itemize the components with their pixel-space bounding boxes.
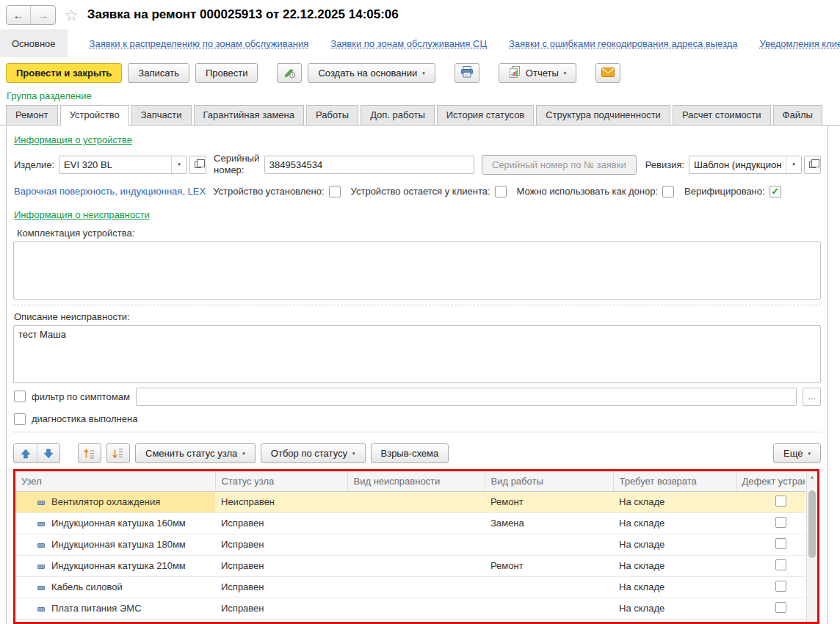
group-separator-link[interactable]: Группа разделение xyxy=(0,89,840,105)
device-flag-checkbox[interactable] xyxy=(329,186,341,197)
filter-by-status-button[interactable]: Отбор по статусу ▾ xyxy=(261,443,366,463)
table-row[interactable]: Индукционная катушка 180мм Исправен На с… xyxy=(15,534,805,555)
node-status-cell[interactable]: Исправен xyxy=(215,576,347,598)
node-status-cell[interactable]: Неисправен xyxy=(215,491,347,512)
defect-fixed-checkbox[interactable] xyxy=(775,496,786,507)
kit-textarea[interactable] xyxy=(13,242,821,300)
return-requires-cell[interactable]: На складе xyxy=(613,512,736,534)
print-button[interactable] xyxy=(455,63,479,83)
node-cell[interactable]: Индукционная катушка 160мм xyxy=(15,512,215,534)
table-row[interactable]: Кабель силовой Исправен На складе xyxy=(15,576,805,598)
return-requires-cell[interactable]: На складе xyxy=(613,534,736,555)
work-type-cell[interactable] xyxy=(485,576,613,598)
fault-type-cell[interactable] xyxy=(347,619,485,624)
device-flag-checkbox[interactable] xyxy=(662,186,674,197)
fault-type-cell[interactable] xyxy=(347,512,485,534)
node-cell[interactable]: Плата управления(сенсор) xyxy=(15,619,215,624)
tab-7[interactable]: Структура подчиненности xyxy=(536,105,670,125)
device-type-link[interactable]: Варочная поверхность, индукционная, LEX xyxy=(14,186,206,197)
sort-ascending-button[interactable] xyxy=(78,443,101,463)
tab-3[interactable]: Гарантийная замена xyxy=(194,105,304,125)
serial-by-request-button[interactable]: Серийный номер по № заявки xyxy=(482,155,637,175)
favorite-star-icon[interactable]: ☆ xyxy=(65,7,79,23)
move-down-button[interactable] xyxy=(37,444,59,462)
work-type-cell[interactable]: Ремонт xyxy=(485,555,613,576)
node-status-cell[interactable]: Исправен xyxy=(215,598,347,619)
revision-dropdown-button[interactable]: ▾ xyxy=(786,156,801,173)
diagnostics-checkbox[interactable] xyxy=(14,413,26,425)
defect-fixed-checkbox[interactable] xyxy=(775,602,786,613)
nav-link[interactable]: Заявки по зонам обслуживания СЦ xyxy=(330,29,487,57)
scroll-up-button[interactable]: ▲ xyxy=(807,471,817,482)
symptom-filter-choose-button[interactable]: ... xyxy=(803,388,821,406)
return-requires-cell[interactable]: На складе xyxy=(613,555,736,576)
column-header[interactable]: Вид неисправности xyxy=(347,471,485,492)
tab-6[interactable]: История статусов xyxy=(437,105,535,125)
fault-type-cell[interactable] xyxy=(347,534,485,555)
node-status-cell[interactable]: Исправен xyxy=(215,619,347,624)
nav-link[interactable]: Заявки к распределению по зонам обслужив… xyxy=(90,29,309,57)
defect-fixed-checkbox[interactable] xyxy=(775,538,786,549)
nav-link[interactable]: Заявки с ошибками геокодирования адреса … xyxy=(509,29,737,57)
node-cell[interactable]: Кабель силовой xyxy=(15,576,215,598)
return-requires-cell[interactable]: На складе xyxy=(613,576,736,598)
node-status-cell[interactable]: Исправен xyxy=(215,534,347,555)
explosion-diagram-button[interactable]: Взрыв-схема xyxy=(371,443,449,463)
product-input[interactable] xyxy=(59,156,171,173)
tab-8[interactable]: Расчет стоимости xyxy=(673,105,771,125)
post-button[interactable]: Провести xyxy=(195,63,258,83)
node-status-cell[interactable]: Исправен xyxy=(215,555,347,576)
defect-fixed-cell[interactable] xyxy=(736,598,805,619)
fault-type-cell[interactable] xyxy=(347,598,485,619)
tab-2[interactable]: Запчасти xyxy=(131,105,192,125)
table-row[interactable]: Вентилятор охлаждения Неисправен Ремонт … xyxy=(15,491,805,512)
defect-fixed-checkbox[interactable] xyxy=(775,559,786,570)
work-type-cell[interactable] xyxy=(485,598,613,619)
post-and-close-button[interactable]: Провести и закрыть xyxy=(6,63,122,83)
reports-button[interactable]: Отчеты ▾ xyxy=(499,63,576,83)
sort-descending-button[interactable] xyxy=(106,443,130,463)
device-flag-checkbox[interactable] xyxy=(495,186,507,197)
column-header[interactable]: Узел xyxy=(15,471,215,492)
table-row[interactable]: Плата управления(сенсор) Исправен На скл… xyxy=(15,619,805,624)
symptom-filter-checkbox[interactable] xyxy=(14,391,26,402)
node-cell[interactable]: Индукционная катушка 180мм xyxy=(15,534,215,555)
node-status-cell[interactable]: Исправен xyxy=(215,512,347,534)
defect-fixed-cell[interactable] xyxy=(736,491,805,512)
device-flag-checkbox[interactable]: ✓ xyxy=(770,186,781,197)
fault-type-cell[interactable] xyxy=(347,491,485,512)
return-requires-cell[interactable]: На складе xyxy=(613,619,736,624)
tab-9[interactable]: Файлы xyxy=(773,105,822,125)
revision-open-button[interactable] xyxy=(804,156,821,174)
product-dropdown-button[interactable]: ▾ xyxy=(171,156,187,173)
symptom-filter-input[interactable] xyxy=(136,388,797,406)
defect-fixed-checkbox[interactable] xyxy=(775,517,786,528)
back-button[interactable]: ← xyxy=(7,6,31,24)
work-type-cell[interactable]: Ремонт xyxy=(485,491,613,512)
defect-fixed-cell[interactable] xyxy=(736,619,805,624)
post-with-time-button[interactable] xyxy=(277,63,302,83)
nav-tab-main[interactable]: Основное xyxy=(0,29,68,57)
serial-input[interactable] xyxy=(264,156,474,174)
fault-type-cell[interactable] xyxy=(347,576,485,598)
defect-fixed-checkbox[interactable] xyxy=(775,581,786,592)
column-header[interactable]: Дефект устранен xyxy=(736,471,805,492)
defect-fixed-cell[interactable] xyxy=(736,512,805,534)
revision-input[interactable] xyxy=(689,156,786,173)
return-requires-cell[interactable]: На складе xyxy=(613,598,736,619)
nav-link[interactable]: Уведомления клиентам о и xyxy=(759,29,840,57)
product-open-button[interactable] xyxy=(189,156,206,174)
fault-description-textarea[interactable]: тест Маша xyxy=(13,325,821,383)
change-node-status-button[interactable]: Сменить статус узла ▾ xyxy=(135,443,256,463)
create-based-on-button[interactable]: Создать на основании ▾ xyxy=(308,63,435,83)
defect-fixed-cell[interactable] xyxy=(736,534,805,555)
work-type-cell[interactable]: Замена xyxy=(485,512,613,534)
work-type-cell[interactable] xyxy=(485,534,613,555)
defect-fixed-cell[interactable] xyxy=(736,555,805,576)
return-requires-cell[interactable]: На складе xyxy=(613,491,736,512)
move-up-button[interactable] xyxy=(14,444,37,462)
scrollbar-thumb[interactable] xyxy=(808,490,816,558)
forward-button[interactable]: → xyxy=(31,6,55,24)
node-cell[interactable]: Плата питания ЭМС xyxy=(15,598,215,619)
tab-4[interactable]: Работы xyxy=(306,105,358,125)
